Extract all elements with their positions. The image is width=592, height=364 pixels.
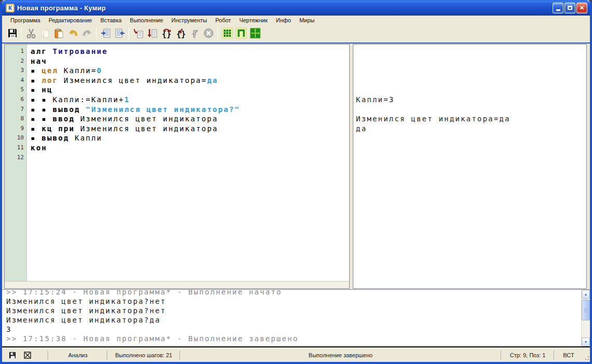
- code-text: нач: [27, 57, 47, 66]
- menu-item-miry[interactable]: Миры: [295, 16, 319, 24]
- menu-item-robot[interactable]: Робот: [211, 16, 235, 24]
- copy-button[interactable]: [38, 27, 52, 41]
- field-window-button[interactable]: [248, 27, 262, 41]
- save-button[interactable]: [5, 27, 19, 41]
- code-text: алг Титрование: [27, 47, 108, 57]
- code-editor-panel[interactable]: 1алг Титрование2нач3▪ цел Капли=04▪ лог …: [4, 44, 350, 289]
- run-to-end-button[interactable]: {}: [173, 27, 187, 41]
- drawer-window-button[interactable]: [234, 27, 248, 41]
- console-output-line: Изменился цвет индикатора?да: [6, 315, 590, 325]
- step-into-icon: [147, 27, 158, 41]
- code-text: ▪ кц при Изменился цвет индикатора: [27, 124, 218, 134]
- line-number: 1: [5, 47, 27, 57]
- code-text: ▪ лог Изменился цвет индикатора=да: [27, 76, 218, 86]
- unindent-icon: [114, 27, 126, 41]
- code-line-12[interactable]: 12: [5, 153, 349, 163]
- code-text: ▪ ▪ ввод Изменился цвет индикатора: [27, 114, 218, 124]
- cut-button[interactable]: [24, 27, 38, 41]
- code-line-6[interactable]: 6▪ ▪ Капли:=Капли+1: [5, 95, 349, 105]
- console-output-line: 3: [6, 325, 590, 334]
- menu-bar: ПрограммаРедактированиеВставкаВыполнение…: [2, 16, 590, 25]
- code-text: ▪ ▪ Капли:=Капли+1: [27, 95, 130, 105]
- run-loop-icon: {}: [161, 27, 172, 41]
- code-line-3[interactable]: 3▪ цел Капли=0: [5, 66, 349, 76]
- run-loop-button[interactable]: {}: [159, 27, 173, 41]
- menu-item-chertezhnik[interactable]: Чертежник: [235, 16, 272, 24]
- line-number: 9: [5, 124, 27, 134]
- editor-horizontal-scrollbar[interactable]: [5, 281, 349, 288]
- margin-value-line-9: да: [356, 124, 367, 134]
- line-number: 2: [5, 57, 27, 66]
- menu-item-info[interactable]: Инфо: [272, 16, 295, 24]
- console-meta-line: >> 17:15:24 - Новая программа* - Выполне…: [6, 289, 590, 297]
- resize-grip[interactable]: [583, 348, 590, 362]
- menu-item-instrumenty[interactable]: Инструменты: [167, 16, 211, 24]
- insert-mode-label: ВСТ: [555, 352, 583, 358]
- copy-icon: [39, 27, 51, 41]
- stop-button[interactable]: [201, 27, 215, 41]
- code-line-2[interactable]: 2нач: [5, 57, 349, 66]
- close-button[interactable]: ✕: [576, 3, 587, 13]
- step-out-icon: {: [189, 27, 200, 41]
- code-text: ▪ ▪ вывод "Изменился цвет индикатора?": [27, 105, 240, 115]
- scroll-down-icon[interactable]: ▼: [582, 338, 590, 346]
- console-output-line: Изменился цвет индикатора?нет: [6, 297, 590, 306]
- margin-value-line-6: Капли=3: [356, 95, 394, 105]
- io-console-panel: >> 17:15:24 - Новая программа* - Выполне…: [2, 289, 590, 346]
- code-line-9[interactable]: 9▪ кц при Изменился цвет индикатора: [5, 124, 349, 134]
- undo-button[interactable]: [66, 27, 80, 41]
- scroll-up-icon[interactable]: ▲: [582, 290, 590, 299]
- main-area: 1алг Титрование2нач3▪ цел Капли=04▪ лог …: [2, 44, 590, 289]
- scrollbar-thumb[interactable]: [582, 300, 590, 320]
- status-icons: [2, 351, 48, 359]
- menu-item-programma[interactable]: Программа: [6, 16, 45, 24]
- step-over-icon: [133, 27, 144, 41]
- step-out-button[interactable]: {: [187, 27, 201, 41]
- indent-button[interactable]: [99, 27, 113, 41]
- kumir-window: К Новая программа - Кумир ✕ ПрограммаРед…: [0, 0, 592, 364]
- line-number: 10: [5, 133, 27, 143]
- step-over-button[interactable]: [131, 27, 145, 41]
- code-text: [27, 153, 31, 163]
- code-line-11[interactable]: 11кон: [5, 143, 349, 153]
- maximize-button[interactable]: [565, 3, 575, 13]
- redo-icon: [81, 27, 93, 41]
- line-number: 8: [5, 114, 27, 124]
- code-line-5[interactable]: 5▪ нц: [5, 85, 349, 95]
- code-line-7[interactable]: 7▪ ▪ вывод "Изменился цвет индикатора?": [5, 105, 349, 115]
- analysis-mode-label: Анализ: [49, 352, 107, 358]
- status-bar: Анализ Выполнено шагов: 21 Выполнение за…: [2, 348, 590, 362]
- window-title: Новая программа - Кумир: [17, 4, 552, 12]
- cursor-position-label: Стр: 9, Поз: 1: [502, 352, 554, 358]
- menu-item-vypolnenie[interactable]: Выполнение: [126, 16, 167, 24]
- line-number: 4: [5, 76, 27, 86]
- redo-button[interactable]: [80, 27, 94, 41]
- cut-icon: [25, 27, 37, 41]
- minimize-button[interactable]: [553, 3, 563, 13]
- close-icon: ✕: [580, 5, 584, 11]
- field-window-icon: [250, 27, 261, 41]
- step-into-button[interactable]: [145, 27, 159, 41]
- menu-item-vstavka[interactable]: Вставка: [96, 16, 126, 24]
- code-line-10[interactable]: 10▪ вывод Капли: [5, 133, 349, 143]
- toolbar: {}{}{: [2, 25, 590, 44]
- toolbar-separator: [129, 28, 129, 40]
- toolbar-separator: [21, 28, 22, 40]
- console-scrollbar[interactable]: ▲ ▼: [581, 290, 590, 346]
- menu-item-redaktirovanie[interactable]: Редактирование: [45, 16, 97, 24]
- code-line-1[interactable]: 1алг Титрование: [5, 47, 349, 57]
- console-output-line: Изменился цвет индикатора?нет: [6, 306, 590, 315]
- paste-button[interactable]: [52, 27, 66, 41]
- paste-icon: [53, 27, 65, 41]
- undo-icon: [67, 27, 79, 41]
- unindent-button[interactable]: [113, 27, 127, 41]
- title-bar[interactable]: К Новая программа - Кумир ✕: [2, 0, 590, 16]
- code-lines: 1алг Титрование2нач3▪ цел Капли=04▪ лог …: [5, 47, 349, 162]
- code-line-4[interactable]: 4▪ лог Изменился цвет индикатора=да: [5, 76, 349, 86]
- stop-icon: [203, 27, 214, 41]
- save-icon: [7, 27, 18, 41]
- robot-window-button[interactable]: [220, 27, 234, 41]
- line-number: 5: [5, 85, 27, 95]
- toolbar-separator: [217, 28, 218, 40]
- code-line-8[interactable]: 8▪ ▪ ввод Изменился цвет индикатора: [5, 114, 349, 124]
